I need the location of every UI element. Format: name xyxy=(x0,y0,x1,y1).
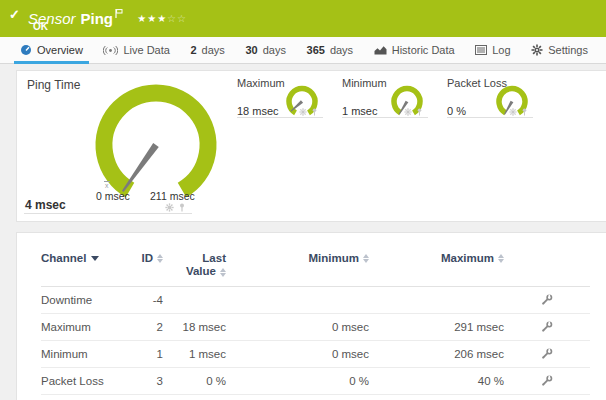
channel-last-value: 18 msec xyxy=(165,321,228,333)
channels-panel: Channel ID Last Value Minimum Maximum xyxy=(16,232,606,400)
tab-log[interactable]: Log xyxy=(469,37,516,63)
gauge-footer-divider xyxy=(447,117,533,118)
sort-desc-icon xyxy=(91,256,99,261)
channel-name: Downtime xyxy=(41,294,141,306)
channel-id: 1 xyxy=(141,348,165,360)
tab-live-data[interactable]: Live Data xyxy=(97,37,175,63)
gauge-footer-divider xyxy=(237,117,323,118)
gauge-settings-gear-icon[interactable] xyxy=(165,203,174,212)
tab-log-label: Log xyxy=(492,44,510,56)
channel-settings-wrench-icon[interactable] xyxy=(541,294,553,306)
channel-last-value: 0 % xyxy=(165,375,228,387)
channel-minimum: 0 msec xyxy=(228,321,371,333)
gauge-maximum-value: 18 msec xyxy=(237,105,279,117)
gauge-settings-gear-icon[interactable] xyxy=(404,108,412,116)
gauge-settings-gear-icon[interactable] xyxy=(299,108,307,116)
historic-data-icon xyxy=(374,45,387,55)
gauge-scale-min: 0 msec xyxy=(96,190,130,202)
gauge-maximum-title: Maximum xyxy=(237,77,285,89)
gauge-minimum-title: Minimum xyxy=(342,77,387,89)
tab-bar: Overview Live Data 2 days 30 days 365 da… xyxy=(0,37,606,64)
tab-2-days[interactable]: 2 days xyxy=(184,37,230,63)
tab-historic-data-label: Historic Data xyxy=(392,44,455,56)
gauge-minimum-value: 1 msec xyxy=(342,105,377,117)
channel-settings-wrench-icon[interactable] xyxy=(541,348,553,360)
column-header-last-value[interactable]: Last Value xyxy=(165,252,228,278)
active-tab-underline xyxy=(14,61,89,64)
channel-name: Packet Loss xyxy=(41,375,141,387)
channel-maximum: 291 msec xyxy=(371,321,506,333)
prtg-sensor-page: ✓ SensorPing ★★★☆☆ OK Overview Live Data… xyxy=(0,0,606,400)
gear-icon xyxy=(531,44,543,56)
gauge-block-minimum: Minimum 1 msec xyxy=(342,77,428,123)
tab-30-days-number: 30 xyxy=(245,44,257,56)
channel-minimum: 0 % xyxy=(228,375,371,387)
sort-icon xyxy=(498,254,504,263)
gauge-footer-divider xyxy=(24,213,192,214)
gauge-pin-icon[interactable] xyxy=(178,203,186,212)
tab-live-data-label: Live Data xyxy=(123,44,169,56)
table-row: Packet Loss 3 0 % 0 % 40 % xyxy=(41,367,590,394)
channel-name: Maximum xyxy=(41,321,141,333)
gauge-block-maximum: Maximum 18 msec xyxy=(237,77,323,123)
table-body: Downtime -4 Maximum 2 18 msec 0 msec 291… xyxy=(41,286,590,400)
channel-id: 3 xyxy=(141,375,165,387)
gauge-pin-icon[interactable] xyxy=(416,108,423,116)
sensor-title: SensorPing ★★★☆☆ xyxy=(28,4,187,27)
sensor-name: Ping xyxy=(81,10,114,27)
gauge-settings-gear-icon[interactable] xyxy=(509,108,517,116)
channel-maximum: 40 % xyxy=(371,375,506,387)
tab-settings-label: Settings xyxy=(548,44,588,56)
table-row: Minimum 1 1 msec 0 msec 206 msec xyxy=(41,340,590,367)
stars-empty[interactable]: ☆☆ xyxy=(167,13,187,24)
column-header-channel[interactable]: Channel xyxy=(41,252,141,264)
stars-filled[interactable]: ★★★ xyxy=(137,13,167,24)
tab-overview[interactable]: Overview xyxy=(14,37,89,63)
table-row: Maximum 2 18 msec 0 msec 291 msec xyxy=(41,313,590,340)
gauge-scale-max: 211 msec xyxy=(150,190,195,202)
gauge-packet-loss-value: 0 % xyxy=(447,105,466,117)
channel-settings-wrench-icon[interactable] xyxy=(541,321,553,333)
live-data-icon xyxy=(103,45,118,56)
channel-settings-wrench-icon[interactable] xyxy=(541,375,553,387)
tab-overview-label: Overview xyxy=(37,44,83,56)
sort-icon xyxy=(220,268,226,277)
priority-stars[interactable]: ★★★☆☆ xyxy=(137,13,187,24)
table-header-row: Channel ID Last Value Minimum Maximum xyxy=(41,233,590,286)
flag-icon[interactable] xyxy=(115,4,123,21)
tab-2-days-label: days xyxy=(202,44,225,56)
main-gauge-title: Ping Time xyxy=(27,78,80,92)
channel-table: Channel ID Last Value Minimum Maximum xyxy=(41,233,590,400)
sort-icon xyxy=(363,254,369,263)
sensor-status-header: ✓ SensorPing ★★★☆☆ OK xyxy=(0,0,606,37)
channel-last-value: 1 msec xyxy=(165,348,228,360)
tab-30-days-label: days xyxy=(263,44,286,56)
channel-name: Minimum xyxy=(41,348,141,360)
status-badge: OK xyxy=(33,21,48,32)
table-row: Ping Time 0 4 msec 0 msec 211 msec xyxy=(41,394,590,400)
tab-historic-data[interactable]: Historic Data xyxy=(368,37,461,63)
gauges-panel: Ping Time x 0 msec 211 msec 4 msec Maxim… xyxy=(16,70,606,222)
gauge-icon xyxy=(20,44,32,56)
tab-30-days[interactable]: 30 days xyxy=(239,37,292,63)
tab-365-days-number: 365 xyxy=(307,44,325,56)
table-row: Downtime -4 xyxy=(41,286,590,313)
tab-365-days[interactable]: 365 days xyxy=(301,37,360,63)
gauge-footer-divider xyxy=(342,117,428,118)
main-gauge-value: 4 msec xyxy=(25,198,66,212)
gauge-limit-marker-icon: x xyxy=(104,181,110,189)
tab-365-days-label: days xyxy=(330,44,353,56)
tab-settings[interactable]: Settings xyxy=(525,37,594,63)
column-header-id[interactable]: ID xyxy=(141,252,165,264)
channel-minimum: 0 msec xyxy=(228,348,371,360)
tab-2-days-number: 2 xyxy=(190,44,196,56)
sort-icon xyxy=(157,254,163,263)
channel-maximum: 206 msec xyxy=(371,348,506,360)
column-header-maximum[interactable]: Maximum xyxy=(371,252,506,264)
gauge-pin-icon[interactable] xyxy=(521,108,528,116)
column-header-minimum[interactable]: Minimum xyxy=(228,252,371,264)
channel-id: 2 xyxy=(141,321,165,333)
channel-id: -4 xyxy=(141,294,165,306)
gauge-block-packet-loss: Packet Loss 0 % xyxy=(447,77,533,123)
gauge-pin-icon[interactable] xyxy=(311,108,318,116)
